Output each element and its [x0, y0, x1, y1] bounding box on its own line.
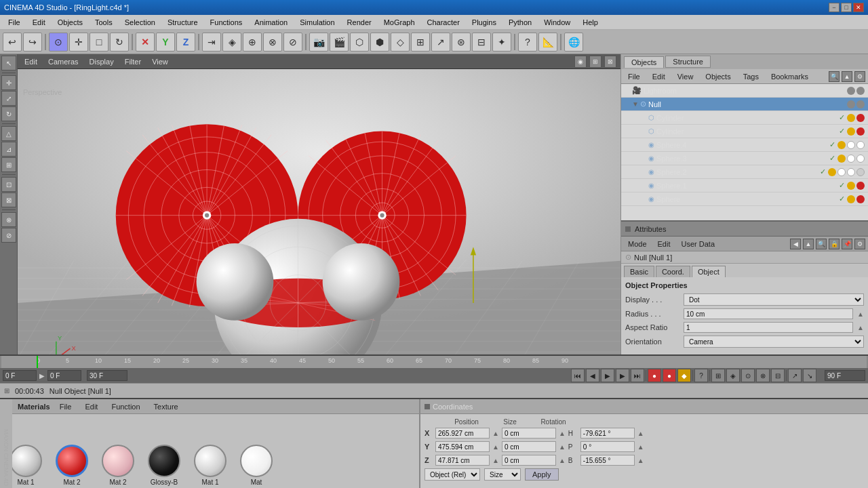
- radius-up-arrow[interactable]: ▲: [857, 310, 864, 318]
- vp-icon-b[interactable]: ⊞: [589, 56, 601, 68]
- tl-extra-g[interactable]: ↗: [788, 369, 802, 382]
- play-button[interactable]: ▶: [601, 369, 614, 382]
- tab-objects[interactable]: Objects: [624, 56, 664, 68]
- tool-h[interactable]: ⬡: [350, 33, 369, 52]
- obj-sub-view[interactable]: View: [673, 71, 698, 82]
- mat-menu-function[interactable]: Function: [107, 401, 144, 412]
- obj-sub-tags[interactable]: Tags: [739, 71, 763, 82]
- menu-objects[interactable]: Objects: [52, 17, 88, 28]
- object-rel-select[interactable]: Object (Rel) World: [425, 468, 480, 481]
- go-start-button[interactable]: ⏮: [571, 369, 585, 382]
- close-button[interactable]: ✕: [853, 3, 864, 12]
- menu-help[interactable]: Help: [577, 17, 604, 28]
- attr-nav-up[interactable]: ▲: [803, 239, 814, 249]
- list-item[interactable]: ⬡ Cylinder ✓: [621, 125, 868, 138]
- lt-move[interactable]: ✛: [1, 75, 16, 90]
- tl-extra-h[interactable]: ↘: [803, 369, 816, 382]
- menu-window[interactable]: Window: [538, 17, 576, 28]
- mat-menu-texture[interactable]: Texture: [150, 401, 182, 412]
- lt-scale[interactable]: ⤢: [1, 91, 16, 106]
- list-item[interactable]: ▼ ⊙ Null: [621, 98, 868, 111]
- live-select-tool[interactable]: ⊙: [49, 33, 68, 52]
- x-mode[interactable]: ✕: [136, 33, 155, 52]
- tool-l[interactable]: ↗: [431, 33, 450, 52]
- vp-icon-c[interactable]: ⊠: [604, 56, 616, 68]
- x-rot-input[interactable]: [580, 428, 635, 439]
- x-size-arrow[interactable]: ▲: [559, 430, 566, 437]
- apply-button[interactable]: Apply: [525, 468, 559, 481]
- list-item[interactable]: ◉ Sphere.2 ✓: [621, 165, 868, 179]
- playhead[interactable]: [37, 356, 38, 368]
- next-frame-button[interactable]: ▶: [616, 369, 629, 382]
- menu-edit[interactable]: Edit: [27, 17, 51, 28]
- current-frame-input[interactable]: [47, 370, 81, 381]
- lt-e[interactable]: ⊠: [1, 192, 16, 207]
- attr-gear-icon[interactable]: ⚙: [854, 239, 865, 249]
- vp-view[interactable]: View: [149, 57, 171, 66]
- tool-a[interactable]: ⇥: [202, 33, 221, 52]
- y-mode[interactable]: Y: [156, 33, 175, 52]
- attr-btn-userdata[interactable]: User Data: [677, 239, 719, 249]
- material-mat[interactable]: Mat: [236, 445, 277, 486]
- list-item[interactable]: ◉ Sphere.3 ✓: [621, 152, 868, 165]
- tab-coord[interactable]: Coord.: [656, 266, 690, 277]
- fps-input[interactable]: [87, 370, 127, 381]
- x-rot-arrow[interactable]: ▲: [637, 430, 644, 437]
- material-mat2[interactable]: Mat 2: [52, 445, 92, 486]
- lt-d[interactable]: ⊡: [1, 177, 16, 192]
- menu-simulation[interactable]: Simulation: [294, 17, 340, 28]
- vp-display[interactable]: Display: [87, 57, 117, 66]
- menu-plugins[interactable]: Plugins: [467, 17, 502, 28]
- z-mode[interactable]: Z: [176, 33, 195, 52]
- tool-r[interactable]: 🌐: [564, 33, 583, 52]
- tool-i[interactable]: ⬢: [370, 33, 389, 52]
- menu-tools[interactable]: Tools: [90, 17, 118, 28]
- tab-object[interactable]: Object: [692, 266, 726, 277]
- y-rot-arrow[interactable]: ▲: [637, 443, 644, 451]
- keyframe-button[interactable]: ◆: [677, 369, 691, 382]
- z-rot-arrow[interactable]: ▲: [637, 457, 644, 464]
- tool-d[interactable]: ⊗: [263, 33, 282, 52]
- tool-q[interactable]: 📐: [538, 33, 557, 52]
- attr-pin-icon[interactable]: 📌: [842, 239, 852, 249]
- attr-search-icon[interactable]: 🔍: [816, 239, 827, 249]
- undo-button[interactable]: ↩: [3, 33, 22, 52]
- tool-g[interactable]: 🎬: [330, 33, 349, 52]
- menu-selection[interactable]: Selection: [119, 17, 161, 28]
- record-all-button[interactable]: ●: [663, 369, 676, 382]
- z-rot-input[interactable]: [580, 455, 635, 466]
- menu-functions[interactable]: Functions: [205, 17, 248, 28]
- menu-character[interactable]: Character: [422, 17, 465, 28]
- z-pos-input[interactable]: [435, 455, 490, 466]
- aspect-up-arrow[interactable]: ▲: [857, 324, 864, 331]
- vp-cameras[interactable]: Cameras: [45, 57, 81, 66]
- z-size-input[interactable]: [502, 455, 556, 466]
- prop-input-radius[interactable]: [684, 308, 853, 319]
- start-frame-input[interactable]: [3, 370, 37, 381]
- x-pos-input[interactable]: [435, 428, 490, 439]
- redo-button[interactable]: ↪: [23, 33, 42, 52]
- tl-extra-f[interactable]: ⊟: [771, 369, 785, 382]
- tl-extra-e[interactable]: ⊗: [756, 369, 770, 382]
- tl-extra-c[interactable]: ◈: [726, 369, 740, 382]
- tool-n[interactable]: ⊟: [472, 33, 491, 52]
- vp-icon-a[interactable]: ◉: [574, 56, 587, 68]
- z-pos-arrow[interactable]: ▲: [492, 457, 499, 464]
- menu-python[interactable]: Python: [503, 17, 537, 28]
- y-pos-arrow[interactable]: ▲: [492, 443, 499, 451]
- list-item[interactable]: ◉ Sphere.4 ✓: [621, 138, 868, 152]
- tool-p[interactable]: ?: [518, 33, 537, 52]
- x-pos-arrow[interactable]: ▲: [492, 430, 499, 437]
- material-mat1b[interactable]: Mat 1: [190, 445, 231, 486]
- x-size-input[interactable]: [502, 428, 556, 439]
- tool-m[interactable]: ⊛: [452, 33, 471, 52]
- y-size-input[interactable]: [502, 441, 556, 452]
- attr-lock-icon[interactable]: 🔒: [829, 239, 840, 249]
- attr-btn-edit[interactable]: Edit: [654, 239, 675, 249]
- max-frame-input[interactable]: [825, 370, 865, 381]
- lt-rotate[interactable]: ↻: [1, 106, 16, 121]
- tool-e[interactable]: ⊘: [283, 33, 302, 52]
- menu-file[interactable]: File: [3, 17, 26, 28]
- minimize-button[interactable]: −: [829, 3, 840, 12]
- tool-f[interactable]: 📷: [309, 33, 328, 52]
